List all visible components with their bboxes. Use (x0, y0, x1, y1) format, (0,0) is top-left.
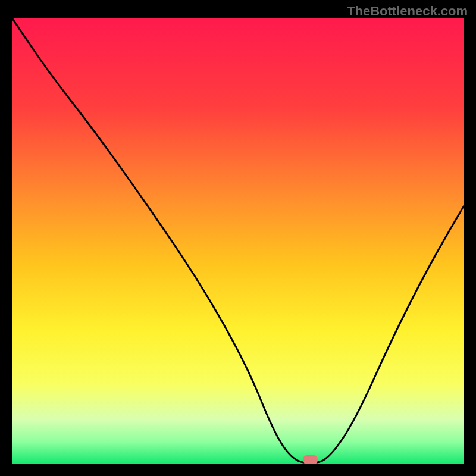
watermark-text: TheBottleneck.com (347, 4, 468, 19)
chart-container: TheBottleneck.com (0, 0, 476, 476)
gradient-background (12, 18, 464, 464)
chart-svg (12, 18, 464, 464)
optimal-marker (303, 455, 317, 464)
plot-area (12, 18, 464, 464)
